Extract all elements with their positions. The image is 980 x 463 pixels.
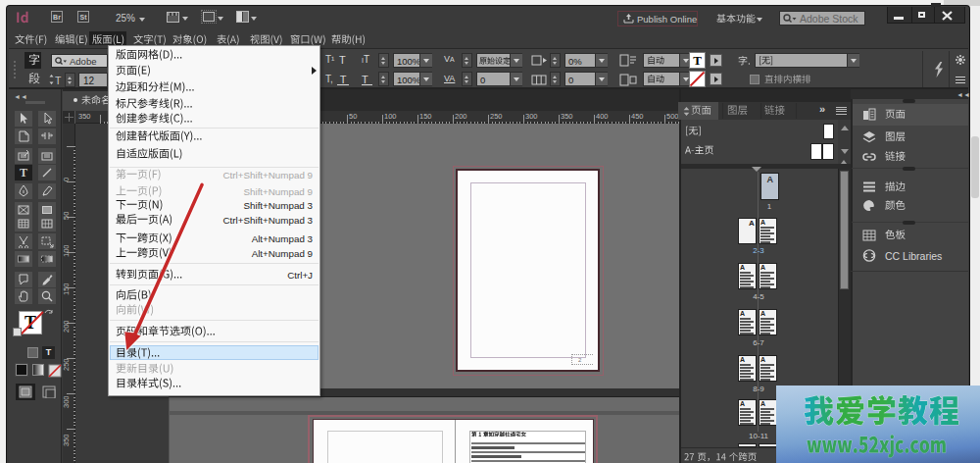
svg-text:T: T [55, 75, 62, 86]
